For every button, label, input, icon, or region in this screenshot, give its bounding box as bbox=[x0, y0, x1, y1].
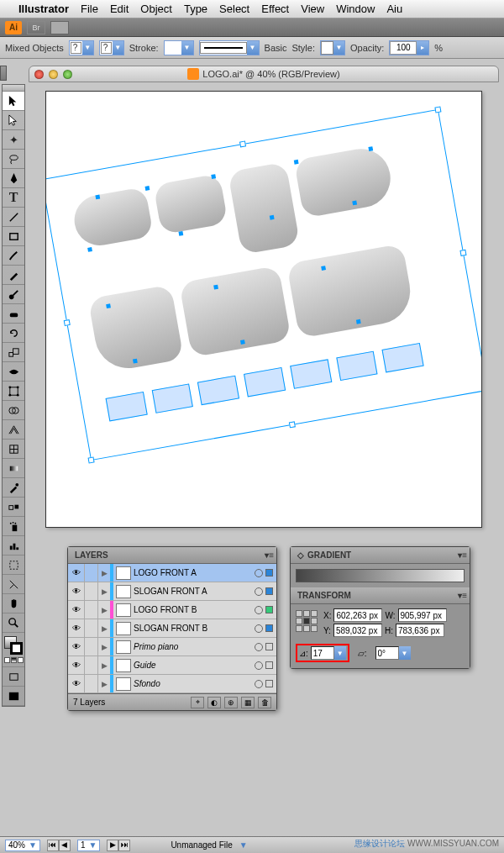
layers-panel-tab[interactable]: LAYERS ▾≡ bbox=[68, 547, 276, 564]
layer-name[interactable]: Sfondo bbox=[134, 679, 252, 688]
target-icon[interactable] bbox=[255, 569, 263, 577]
menu-select[interactable]: Select bbox=[219, 3, 249, 15]
zoom-tool[interactable] bbox=[3, 613, 24, 633]
layer-row[interactable]: 👁▶Primo piano bbox=[68, 638, 276, 656]
lasso-tool[interactable] bbox=[3, 150, 24, 169]
screen-mode-full[interactable] bbox=[3, 687, 24, 706]
blob-brush-tool[interactable] bbox=[3, 285, 24, 304]
artboard-nav[interactable]: ⏮◀ bbox=[47, 840, 71, 851]
gradient-mode-icon[interactable] bbox=[11, 657, 17, 663]
rotate-input[interactable] bbox=[311, 646, 334, 660]
lock-toggle[interactable] bbox=[85, 656, 98, 674]
layer-row[interactable]: 👁▶LOGO FRONT B bbox=[68, 601, 276, 619]
locate-object-icon[interactable]: ⌖ bbox=[191, 697, 204, 708]
visibility-toggle-icon[interactable]: 👁 bbox=[68, 656, 85, 674]
layer-name[interactable]: Guide bbox=[134, 661, 252, 670]
shape-builder-tool[interactable] bbox=[3, 401, 24, 420]
disclosure-triangle-icon[interactable]: ▶ bbox=[98, 624, 110, 633]
gradient-menu-icon[interactable]: ▾≡ bbox=[458, 550, 467, 560]
target-icon[interactable] bbox=[255, 606, 263, 614]
brush-dropdown[interactable]: ▼ bbox=[199, 40, 260, 55]
rectangle-tool[interactable] bbox=[3, 227, 24, 246]
visibility-toggle-icon[interactable]: 👁 bbox=[68, 601, 85, 619]
visibility-toggle-icon[interactable]: 👁 bbox=[68, 619, 85, 637]
delete-layer-icon[interactable]: 🗑 bbox=[258, 697, 271, 708]
fill-dropdown[interactable]: ?▼ bbox=[69, 40, 94, 55]
menu-effect[interactable]: Effect bbox=[261, 3, 289, 15]
shear-input[interactable] bbox=[375, 646, 399, 660]
canvas-area[interactable] bbox=[29, 82, 499, 536]
visibility-toggle-icon[interactable]: 👁 bbox=[68, 582, 85, 600]
layer-row[interactable]: 👁▶LOGO FRONT A bbox=[68, 564, 276, 582]
target-icon[interactable] bbox=[255, 680, 263, 688]
menu-object[interactable]: Object bbox=[140, 3, 172, 15]
layer-name[interactable]: Primo piano bbox=[134, 642, 252, 651]
artboard-number[interactable]: 1▼ bbox=[77, 840, 100, 851]
disclosure-triangle-icon[interactable]: ▶ bbox=[98, 569, 110, 577]
style-dropdown[interactable]: ▼ bbox=[320, 40, 345, 55]
eraser-tool[interactable] bbox=[3, 304, 24, 324]
arrange-documents-icon[interactable] bbox=[50, 21, 69, 34]
reference-point-selector[interactable] bbox=[296, 610, 318, 632]
stroke-swatch[interactable] bbox=[10, 642, 23, 655]
target-icon[interactable] bbox=[255, 643, 263, 651]
disclosure-triangle-icon[interactable]: ▶ bbox=[98, 680, 110, 688]
app-menu[interactable]: Illustrator bbox=[18, 3, 69, 15]
scale-tool[interactable] bbox=[3, 343, 24, 362]
gradient-tool[interactable] bbox=[3, 459, 24, 478]
layer-name[interactable]: SLOGAN FRONT A bbox=[134, 587, 252, 596]
layer-row[interactable]: 👁▶SLOGAN FRONT B bbox=[68, 619, 276, 638]
lock-toggle[interactable] bbox=[85, 601, 98, 619]
y-input[interactable] bbox=[333, 624, 382, 637]
lock-toggle[interactable] bbox=[85, 638, 98, 656]
hand-tool[interactable] bbox=[3, 594, 24, 613]
menu-view[interactable]: View bbox=[301, 3, 324, 15]
menu-file[interactable]: File bbox=[81, 3, 98, 15]
gradient-panel-tab[interactable]: ◇GRADIENT ▾≡ bbox=[291, 547, 470, 564]
layer-row[interactable]: 👁▶Sfondo bbox=[68, 675, 276, 693]
layer-name[interactable]: LOGO FRONT B bbox=[134, 605, 252, 614]
pencil-tool[interactable] bbox=[3, 266, 24, 285]
close-window-button[interactable] bbox=[34, 70, 44, 79]
rotate-dropdown[interactable]: ▼ bbox=[311, 646, 346, 660]
lock-toggle[interactable] bbox=[85, 619, 98, 637]
stroke-weight-input[interactable] bbox=[165, 41, 181, 55]
target-icon[interactable] bbox=[255, 661, 263, 670]
menu-type[interactable]: Type bbox=[184, 3, 207, 15]
perspective-grid-tool[interactable] bbox=[3, 420, 24, 440]
new-layer-icon[interactable]: ▦ bbox=[241, 697, 255, 708]
disclosure-triangle-icon[interactable]: ▶ bbox=[98, 661, 110, 670]
selected-artwork[interactable] bbox=[45, 109, 482, 461]
visibility-toggle-icon[interactable]: 👁 bbox=[68, 638, 85, 656]
visibility-toggle-icon[interactable]: 👁 bbox=[68, 564, 85, 582]
artboard-nav-fwd[interactable]: ▶⏭ bbox=[107, 840, 130, 851]
artboard-tool[interactable] bbox=[3, 556, 24, 575]
w-input[interactable] bbox=[398, 608, 447, 622]
stroke-weight-dropdown[interactable]: ▼ bbox=[164, 40, 194, 55]
h-input[interactable] bbox=[396, 624, 444, 637]
layer-name[interactable]: LOGO FRONT A bbox=[134, 568, 252, 577]
opacity-dropdown[interactable]: ▸ bbox=[389, 40, 429, 55]
type-tool[interactable]: T bbox=[3, 188, 24, 208]
menu-edit[interactable]: Edit bbox=[110, 3, 129, 15]
shear-dropdown[interactable]: ▼ bbox=[375, 646, 411, 660]
target-icon[interactable] bbox=[255, 624, 263, 633]
panel-menu-icon[interactable]: ▾≡ bbox=[265, 550, 274, 560]
gradient-preview[interactable] bbox=[296, 569, 465, 582]
width-tool[interactable] bbox=[3, 362, 24, 382]
selection-tool[interactable] bbox=[3, 92, 24, 111]
slice-tool[interactable] bbox=[3, 575, 24, 594]
opacity-input[interactable] bbox=[390, 41, 417, 55]
zoom-level-dropdown[interactable]: 40%▼ bbox=[5, 840, 40, 851]
eyedropper-tool[interactable] bbox=[3, 478, 24, 498]
target-icon[interactable] bbox=[255, 587, 263, 596]
line-tool[interactable] bbox=[3, 208, 24, 227]
artboard[interactable] bbox=[45, 91, 482, 528]
disclosure-triangle-icon[interactable]: ▶ bbox=[98, 606, 110, 614]
fill-stroke-swatch[interactable] bbox=[4, 636, 23, 655]
direct-selection-tool[interactable] bbox=[3, 111, 24, 130]
magic-wand-tool[interactable]: ✦ bbox=[3, 130, 24, 150]
lock-toggle[interactable] bbox=[85, 582, 98, 600]
transform-menu-icon[interactable]: ▾≡ bbox=[458, 591, 467, 600]
panel-dock-strip[interactable] bbox=[0, 66, 7, 81]
